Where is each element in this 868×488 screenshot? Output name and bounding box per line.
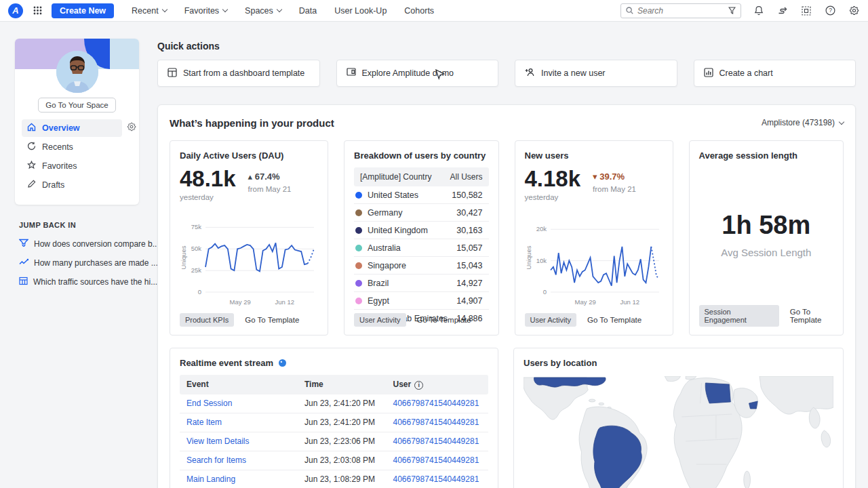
nav-user-lookup[interactable]: User Look-Up xyxy=(334,6,387,16)
user-col-label: User xyxy=(393,380,412,389)
create-new-button[interactable]: Create New xyxy=(52,3,114,18)
svg-text:Jun 12: Jun 12 xyxy=(275,298,295,306)
country-name: United States xyxy=(368,190,418,200)
jump-item-purchases[interactable]: How many purchases are made ... xyxy=(19,258,139,268)
user-id-link[interactable]: 4066798741540449281 xyxy=(393,436,482,446)
nav-recent-label: Recent xyxy=(132,6,159,16)
live-indicator-icon xyxy=(279,359,286,367)
country-row[interactable]: United Kingdom30,163 xyxy=(354,222,489,239)
search-filter-icon[interactable] xyxy=(728,5,736,17)
country-row[interactable]: Australia15,057 xyxy=(354,239,489,257)
svg-text:10k: 10k xyxy=(536,257,547,264)
product-panel: What’s happening in your product Amplist… xyxy=(157,104,856,488)
invite-user-icon xyxy=(525,68,535,79)
info-icon[interactable]: i xyxy=(414,381,423,390)
event-link[interactable]: View Item Details xyxy=(186,436,304,446)
session-go-to-template-link[interactable]: Go To Template xyxy=(790,308,843,324)
sidebar-item-overview[interactable]: Overview xyxy=(22,119,122,137)
nav-spaces[interactable]: Spaces xyxy=(245,6,281,16)
svg-text:75k: 75k xyxy=(191,223,202,230)
star-icon xyxy=(27,161,36,171)
delta-up-icon: ▴ xyxy=(248,171,253,182)
create-chart-icon xyxy=(704,68,713,79)
user-id-link[interactable]: 4066798741540449281 xyxy=(393,418,482,427)
session-tag-chip[interactable]: Session Engagement xyxy=(699,305,779,327)
event-time: Jun 23, 2:03:08 PM xyxy=(304,455,393,465)
nav-favorites-label: Favorites xyxy=(184,6,219,16)
jump-back-in-title: JUMP BACK IN xyxy=(19,221,139,229)
chevron-down-icon xyxy=(277,7,282,12)
jump-item-traffic[interactable]: Which traffic sources have the hi... xyxy=(19,277,139,287)
jump-item-conversion[interactable]: How does conversion compare b... xyxy=(19,239,139,249)
dau-go-to-template-link[interactable]: Go To Template xyxy=(245,316,299,324)
event-link[interactable]: Main Landing xyxy=(186,474,304,484)
dau-value-caption: yesterday xyxy=(180,193,236,201)
quick-action-invite-user[interactable]: Invite a new user xyxy=(515,60,677,87)
sidebar-item-drafts[interactable]: Drafts xyxy=(22,176,132,194)
svg-text:?: ? xyxy=(829,7,832,14)
event-time: Jun 23, 2:23:06 PM xyxy=(304,436,393,446)
help-icon[interactable]: ? xyxy=(824,5,836,17)
panel-title: What’s happening in your product xyxy=(170,117,334,129)
pencil-icon xyxy=(27,180,36,190)
country-name: United Kingdom xyxy=(368,226,428,235)
world-map[interactable]: + xyxy=(524,376,833,488)
country-row[interactable]: Brazil14,927 xyxy=(354,274,489,292)
users-by-location-card: Users by location xyxy=(513,348,844,488)
session-length-caption: Avg Session Length xyxy=(699,247,834,258)
new-users-tag-chip[interactable]: User Activity xyxy=(525,313,577,327)
country-row[interactable]: United States150,582 xyxy=(354,186,489,204)
nav-cohorts[interactable]: Cohorts xyxy=(404,6,434,16)
go-to-your-space-button[interactable]: Go To Your Space xyxy=(38,98,116,113)
select-region-icon[interactable] xyxy=(800,5,812,17)
search-box[interactable] xyxy=(620,3,741,18)
event-time: Jun 23, 2:41:20 PM xyxy=(304,418,393,427)
new-users-go-to-template-link[interactable]: Go To Template xyxy=(587,316,642,324)
project-selector[interactable]: Amplistore (473198) xyxy=(762,118,844,127)
new-users-line-chart: 010k20kUniquesMay 29Jun 12 xyxy=(525,216,663,318)
session-card-title: Average session length xyxy=(699,150,834,161)
apps-grid-icon[interactable] xyxy=(30,3,45,18)
settings-gear-icon[interactable] xyxy=(848,5,860,17)
sidebar-item-favorites[interactable]: Favorites xyxy=(22,157,132,175)
country-row[interactable]: Egypt14,907 xyxy=(354,292,489,310)
sidebar-gear-icon[interactable] xyxy=(127,122,136,134)
session-length-value: 1h 58m xyxy=(699,211,834,240)
nav-recent[interactable]: Recent xyxy=(132,6,167,16)
event-table-header: Event Time Useri xyxy=(180,375,488,394)
event-link[interactable]: Rate Item xyxy=(186,418,304,427)
search-input[interactable] xyxy=(637,6,724,16)
quick-action-create-chart[interactable]: Create a chart xyxy=(694,60,856,87)
time-col-header: Time xyxy=(304,380,393,389)
event-row: Main LandingJun 23, 1:08:29 PM4066798741… xyxy=(180,470,488,488)
country-row[interactable]: Singapore15,043 xyxy=(354,257,489,274)
avatar[interactable] xyxy=(56,51,98,93)
country-row[interactable]: Germany30,427 xyxy=(354,204,489,222)
user-id-link[interactable]: 4066798741540449281 xyxy=(393,474,482,484)
chevron-down-icon xyxy=(839,119,844,124)
project-selector-label: Amplistore (473198) xyxy=(762,118,835,127)
dau-delta-value: 67.4% xyxy=(255,171,280,182)
demo-browser-icon xyxy=(347,68,356,79)
sidebar-item-recents[interactable]: Recents xyxy=(22,138,132,156)
user-id-link[interactable]: 4066798741540449281 xyxy=(393,455,482,465)
quick-action-explore-demo[interactable]: Explore Amplitude demo xyxy=(336,60,499,87)
country-go-to-template-link[interactable]: Go To Template xyxy=(417,316,471,324)
user-id-link[interactable]: 4066798741540449281 xyxy=(393,399,482,408)
delta-down-icon: ▾ xyxy=(593,171,597,182)
pathfinder-icon[interactable] xyxy=(776,5,789,17)
event-link[interactable]: Search for Items xyxy=(186,455,304,465)
country-tag-chip[interactable]: User Activity xyxy=(354,313,406,327)
nav-data[interactable]: Data xyxy=(299,6,317,16)
event-link[interactable]: End Session xyxy=(186,399,304,408)
series-color-dot xyxy=(355,298,362,304)
new-users-card: New users 4.18k yesterday ▾ 39.7% from M… xyxy=(515,140,673,336)
nav-favorites[interactable]: Favorites xyxy=(184,6,227,16)
quick-action-dashboard-template[interactable]: Start from a dashboard template xyxy=(157,60,320,87)
dau-tag-chip[interactable]: Product KPIs xyxy=(180,313,234,327)
chevron-down-icon xyxy=(161,7,167,12)
amplitude-logo[interactable]: A xyxy=(8,3,23,18)
event-row: Rate ItemJun 23, 2:41:20 PM4066798741540… xyxy=(180,413,488,432)
notifications-bell-icon[interactable] xyxy=(753,5,765,17)
event-stream-title: Realtime event stream xyxy=(180,358,273,368)
